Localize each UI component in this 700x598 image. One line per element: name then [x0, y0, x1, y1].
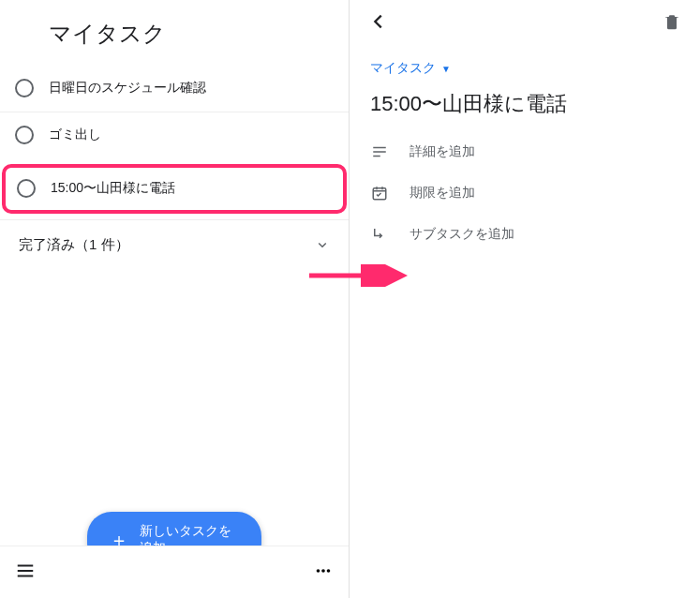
task-label: 日曜日のスケジュール確認: [49, 80, 206, 97]
selected-task-highlight: 15:00〜山田様に電話: [2, 164, 347, 214]
chevron-down-icon: [313, 235, 332, 254]
task-detail-panel: マイタスク ▼ 15:00〜山田様に電話 詳細を追加 期限を追加 サブタスクを追…: [350, 0, 700, 598]
list-name: マイタスク: [370, 60, 436, 77]
task-title[interactable]: 15:00〜山田様に電話: [350, 81, 700, 131]
svg-point-1: [321, 569, 325, 573]
dropdown-triangle-icon: ▼: [441, 64, 451, 74]
back-icon[interactable]: [365, 7, 393, 39]
task-radio[interactable]: [15, 79, 34, 97]
calendar-icon: [370, 184, 389, 202]
add-due-row[interactable]: 期限を追加: [350, 172, 700, 214]
add-due-label: 期限を追加: [410, 185, 475, 202]
add-detail-label: 詳細を追加: [410, 143, 475, 160]
completed-section-toggle[interactable]: 完了済み（1 件）: [0, 219, 349, 269]
svg-point-2: [327, 569, 331, 573]
notes-icon: [370, 142, 389, 161]
add-detail-row[interactable]: 詳細を追加: [350, 131, 700, 172]
task-list-panel: マイタスク 日曜日のスケジュール確認 ゴミ出し 15:00〜山田様に電話 完了済…: [0, 0, 350, 598]
task-label: ゴミ出し: [49, 127, 101, 143]
task-item[interactable]: 日曜日のスケジュール確認: [0, 66, 349, 112]
add-subtask-row[interactable]: サブタスクを追加: [350, 214, 700, 255]
list-title: マイタスク: [0, 0, 349, 66]
completed-label: 完了済み（1 件）: [19, 236, 129, 254]
subtask-icon: [370, 225, 389, 244]
detail-header: [350, 0, 700, 47]
svg-point-0: [317, 569, 320, 573]
add-subtask-label: サブタスクを追加: [410, 226, 514, 243]
task-radio[interactable]: [17, 179, 36, 198]
task-item[interactable]: ゴミ出し: [0, 112, 349, 158]
list-selector[interactable]: マイタスク ▼: [350, 47, 700, 81]
task-radio[interactable]: [15, 126, 34, 144]
task-label: 15:00〜山田様に電話: [51, 180, 175, 197]
bottom-bar: [0, 546, 349, 598]
task-item[interactable]: 15:00〜山田様に電話: [6, 168, 343, 210]
trash-icon[interactable]: [659, 8, 685, 38]
more-icon[interactable]: [313, 561, 334, 585]
menu-icon[interactable]: [15, 561, 36, 585]
